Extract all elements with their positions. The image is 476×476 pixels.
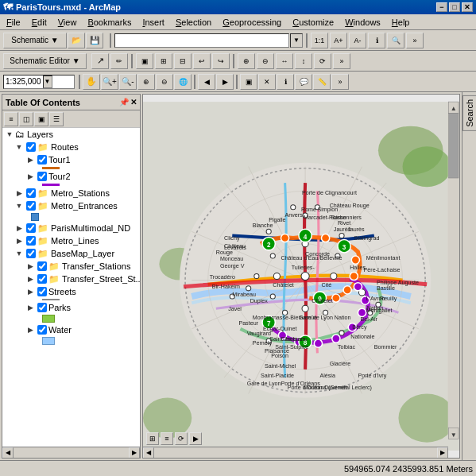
toc-expand-tour1[interactable]: ▶ — [25, 154, 36, 165]
map-h-scroll-track[interactable] — [154, 448, 437, 458]
minimize-button[interactable]: − — [436, 2, 447, 12]
schematic-edit-btn3[interactable]: ⊟ — [174, 53, 192, 69]
toc-metro-stations[interactable]: ▶ 📁 Metro_Stations — [2, 187, 140, 199]
toc-expand-metro-stations[interactable]: ▶ — [14, 188, 25, 199]
menu-bookmarks[interactable]: Bookmarks — [83, 16, 136, 29]
toc-expand-transfer-stations[interactable]: ▶ — [25, 261, 36, 272]
close-button[interactable]: ✕ — [462, 2, 473, 12]
menu-selection[interactable]: Selection — [171, 16, 216, 29]
toc-list-btn[interactable]: ≡ — [4, 112, 18, 126]
schematic-tool5[interactable]: ⟳ — [314, 53, 331, 69]
layer-dropdown-arrow[interactable]: ▼ — [290, 33, 303, 48]
maximize-button[interactable]: □ — [449, 2, 460, 12]
schematic-tool3[interactable]: ↔ — [276, 53, 293, 69]
toc-expand-metro-entrances[interactable]: ▼ — [14, 200, 25, 211]
toc-check-transfer-street[interactable] — [37, 274, 47, 284]
toc-expand-tour2[interactable]: ▶ — [25, 171, 36, 182]
toc-pin-icon[interactable]: 📌 — [119, 98, 129, 106]
schematic-edit-btn4[interactable]: ↩ — [193, 53, 211, 69]
toc-expand-basemap[interactable]: ▼ — [14, 248, 25, 259]
menu-geoprocessing[interactable]: Geoprocessing — [218, 16, 286, 29]
toc-options-btn[interactable]: ☰ — [49, 112, 64, 126]
more-btn[interactable]: » — [406, 33, 424, 48]
schematic-edit-btn2[interactable]: ⊞ — [155, 53, 172, 69]
zoom-dropdown-arrow[interactable]: ▼ — [43, 75, 52, 88]
menu-view[interactable]: View — [53, 16, 82, 29]
menu-help[interactable]: Help — [387, 16, 415, 29]
toc-transfer-street[interactable]: ▶ 📁 Transfer_Street_St... — [2, 273, 140, 285]
schematic-tool2[interactable]: ⊖ — [257, 53, 274, 69]
toc-expand-streets[interactable]: ▶ — [25, 286, 36, 297]
toc-expand-parks[interactable]: ▶ — [25, 302, 36, 313]
toc-check-routes[interactable] — [26, 142, 36, 152]
toc-source-btn[interactable]: ◫ — [19, 112, 33, 126]
next-extent-btn[interactable]: ▶ — [216, 74, 234, 90]
html-popup-btn[interactable]: 💬 — [295, 74, 312, 90]
nav-icon1[interactable]: ⊞ — [146, 432, 159, 445]
identify-btn[interactable]: ℹ — [368, 33, 385, 48]
toc-transfer-stations[interactable]: ▶ 📁 Transfer_Stations — [2, 260, 140, 273]
fixed-zoom-in-btn[interactable]: ⊕ — [137, 74, 155, 90]
zoom-in-text-btn[interactable]: A+ — [330, 33, 347, 48]
toc-expand-metro-lines[interactable]: ▶ — [14, 235, 25, 246]
full-extent-btn[interactable]: 🌐 — [174, 74, 192, 90]
measure-btn[interactable]: 📏 — [313, 74, 331, 90]
toc-close-icon[interactable]: ✕ — [130, 98, 137, 106]
toc-check-water[interactable] — [37, 325, 47, 335]
nav-icon3[interactable]: ⟳ — [175, 432, 188, 445]
toc-check-metro-lines[interactable] — [26, 236, 36, 246]
schematic-dropdown-btn[interactable]: Schematic ▼ — [3, 33, 67, 48]
edit-tool2[interactable]: ✏ — [110, 53, 128, 69]
map-scroll-right-btn[interactable]: ▶ — [437, 447, 448, 459]
toc-check-metro-stations[interactable] — [26, 188, 36, 198]
find-btn[interactable]: 🔍 — [387, 33, 404, 48]
schematic-edit-btn1[interactable]: ▣ — [136, 53, 153, 69]
toc-scroll-left[interactable]: ◀ — [2, 447, 14, 459]
schematic-edit-btn5[interactable]: ↪ — [212, 53, 230, 69]
zoom-level-input[interactable]: 1:325,000 — [4, 77, 43, 86]
toc-water[interactable]: ▶ Water — [2, 323, 140, 336]
menu-file[interactable]: File — [2, 16, 25, 29]
toc-scroll-right[interactable]: ▶ — [129, 447, 140, 459]
menu-insert[interactable]: Insert — [137, 16, 169, 29]
fixed-zoom-out-btn[interactable]: ⊖ — [156, 74, 173, 90]
toc-check-streets[interactable] — [37, 287, 47, 296]
save-btn[interactable]: 💾 — [86, 33, 103, 48]
toc-scroll-track[interactable] — [14, 448, 129, 458]
menu-customize[interactable]: Customize — [288, 16, 339, 29]
search-tab[interactable]: Search — [462, 95, 477, 131]
toc-layers-root[interactable]: ▼ 🗂 Layers — [2, 128, 140, 141]
nav-icon4[interactable]: ▶ — [189, 432, 202, 445]
toc-check-transfer-stations[interactable] — [37, 261, 47, 271]
schematic-more-btn[interactable]: » — [333, 53, 350, 69]
zoom-in-map-btn[interactable]: 🔍+ — [101, 74, 118, 90]
schematic-editor-dropdown[interactable]: Schematic Editor ▼ — [3, 53, 87, 69]
edit-tool1[interactable]: ↗ — [91, 53, 109, 69]
toc-selection-btn[interactable]: ▣ — [34, 112, 48, 126]
map-canvas[interactable]: 7 8 3 4 2 9 Concorde Tuileries- Halles C… — [143, 95, 459, 458]
toc-check-tour2[interactable] — [37, 172, 47, 181]
toc-expand-paris-multimodal[interactable]: ▶ — [14, 223, 25, 234]
toc-expand-routes[interactable]: ▼ — [14, 141, 25, 153]
toc-check-basemap[interactable] — [26, 249, 36, 258]
toc-check-tour1[interactable] — [37, 155, 47, 164]
toc-streets[interactable]: ▶ Streets — [2, 285, 140, 298]
toc-check-paris-multimodal[interactable] — [26, 223, 36, 233]
nav-icon2[interactable]: ≡ — [161, 432, 173, 445]
clear-selection-btn[interactable]: ✕ — [258, 74, 276, 90]
schematic-tool4[interactable]: ↕ — [295, 53, 312, 69]
open-btn[interactable]: 📂 — [68, 33, 85, 48]
menu-windows[interactable]: Windows — [340, 16, 385, 29]
map-panel[interactable]: 7 8 3 4 2 9 Concorde Tuileries- Halles C… — [142, 94, 460, 459]
pan-btn[interactable]: ✋ — [83, 74, 100, 90]
toc-expand-transfer-street[interactable]: ▶ — [25, 273, 36, 284]
map-scroll-left-btn[interactable]: ◀ — [143, 447, 154, 459]
toc-tour1[interactable]: ▶ Tour1 — [2, 153, 140, 166]
menu-edit[interactable]: Edit — [27, 16, 52, 29]
toc-check-parks[interactable] — [37, 303, 47, 312]
identify-features-btn[interactable]: ℹ — [277, 74, 294, 90]
toc-metro-entrances[interactable]: ▼ 📁 Metro_Entrances — [2, 199, 140, 212]
prev-extent-btn[interactable]: ◀ — [198, 74, 215, 90]
more-map-btn[interactable]: » — [331, 74, 349, 90]
toc-basemap[interactable]: ▼ 📁 BaseMap_Layer — [2, 247, 140, 260]
